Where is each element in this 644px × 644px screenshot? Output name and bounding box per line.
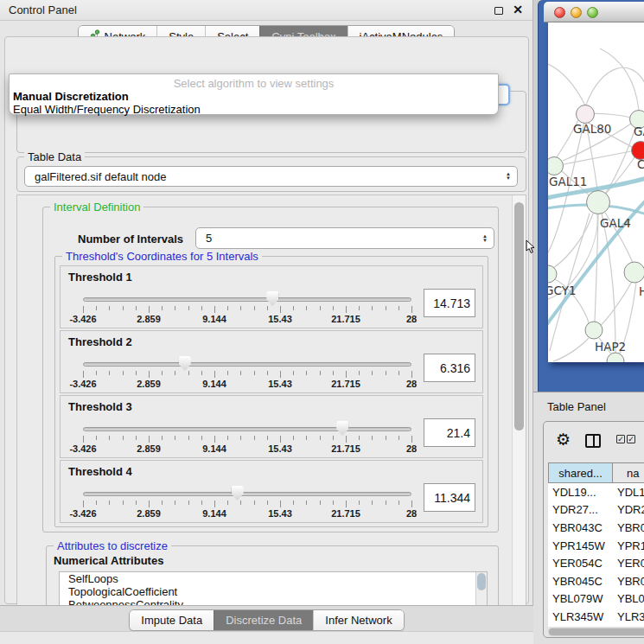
cell-name: YLR3 — [613, 610, 644, 623]
slider-thumb[interactable] — [266, 291, 278, 306]
network-node-gal4[interactable] — [587, 191, 610, 214]
slider-thumb[interactable] — [336, 421, 348, 436]
table-scrollbar-thumb[interactable] — [549, 628, 644, 635]
close-icon[interactable]: ✕ — [513, 3, 523, 16]
slider-thumb[interactable] — [232, 486, 244, 501]
slider-track[interactable] — [83, 427, 411, 431]
tab-discretize-data[interactable]: Discretize Data — [214, 610, 313, 630]
node-label: GAL80 — [573, 122, 611, 136]
algorithm-option-equal-width-frequency-discretization[interactable]: Equal Width/Frequency Discretization — [13, 103, 201, 116]
cell-name: YBR0 — [613, 521, 644, 534]
control-panel-titlebar: Control Panel ✕ — [0, 0, 532, 21]
table-row[interactable]: YBR045CYBR0 — [548, 572, 644, 590]
cell-shared-name: YBR043C — [548, 521, 613, 534]
slider-tick-labels: -3.4262.8599.14415.4321.71528 — [83, 443, 411, 454]
cell-name: YPR1 — [613, 539, 644, 552]
columns-icon[interactable] — [585, 434, 601, 448]
table-row[interactable]: YER054CYER0 — [548, 554, 644, 572]
network-edge — [600, 280, 633, 326]
interval-definition-group: Interval Definition Number of Intervals … — [42, 207, 499, 532]
table-data-group: Table Data galFiltered.sif default node … — [16, 156, 526, 192]
network-edge — [564, 151, 631, 164]
table-row[interactable]: YIL052CYIL0 — [548, 626, 644, 627]
attributes-group-label: Attributes to discretize — [54, 539, 171, 552]
number-of-intervals-combobox[interactable]: 5 ▲▼ — [195, 227, 494, 249]
table-window: ⚙ ✓ ✓ shared...na YDL19...YDL1YDR27...YD… — [543, 421, 644, 638]
table-row[interactable]: YDL19...YDL1 — [548, 483, 644, 501]
gear-icon[interactable]: ⚙ — [556, 431, 571, 448]
slider-ticks — [83, 306, 411, 314]
table-data-label: Table Data — [24, 150, 85, 163]
threshold-label: Threshold 1 — [68, 271, 132, 284]
panel-scrollbar[interactable] — [512, 195, 526, 639]
threshold-panel: Threshold 4-3.4262.8599.14415.4321.71528… — [60, 460, 483, 523]
stepper-arrows-icon: ▲▼ — [482, 234, 488, 243]
threshold-value-field[interactable]: 11.344 — [424, 483, 475, 512]
node-label: GA — [634, 124, 644, 138]
mouse-cursor — [526, 240, 536, 254]
table-row[interactable]: YLR345WYLR3 — [548, 608, 644, 626]
network-node-gal11[interactable] — [548, 157, 564, 175]
tab-impute-data[interactable]: Impute Data — [130, 610, 214, 630]
column-header-na[interactable]: na — [613, 462, 644, 483]
close-traffic-light-icon[interactable] — [554, 7, 565, 18]
slider-tick-labels: -3.4262.8599.14415.4321.71528 — [83, 379, 411, 389]
screen: Control Panel ✕ NetworkStyleSelectCyni T… — [0, 0, 644, 644]
panel-scrollbar-thumb[interactable] — [514, 202, 524, 430]
threshold-value-field[interactable]: 14.713 — [424, 289, 475, 317]
bottom-tab-bar: Impute DataDiscretize DataInfer Network — [0, 605, 533, 644]
attribute-item-selfloops[interactable]: SelfLoops — [60, 572, 487, 585]
node-label: HAP2 — [595, 340, 626, 354]
table-horizontal-scrollbar[interactable] — [548, 628, 644, 636]
cell-shared-name: YBL079W — [548, 592, 613, 605]
network-node[interactable] — [607, 353, 624, 362]
zoom-traffic-light-icon[interactable] — [587, 7, 598, 18]
attribute-item-topologicalcoefficient[interactable]: TopologicalCoefficient — [60, 585, 487, 598]
cell-name: YDL1 — [613, 486, 644, 499]
network-window-titlebar[interactable] — [544, 2, 644, 22]
threshold-panel: Threshold 3-3.4262.8599.14415.4321.71528… — [60, 395, 483, 458]
table-data-combobox[interactable]: galFiltered.sif default node ▲▼ — [24, 166, 518, 187]
table-row[interactable]: YPR145WYPR1 — [548, 537, 644, 555]
float-window-icon[interactable] — [494, 7, 503, 15]
network-node-gal80[interactable] — [577, 105, 595, 124]
slider-thumb[interactable] — [179, 356, 191, 371]
slider-ticks — [83, 501, 411, 508]
network-edge — [548, 64, 585, 105]
algorithm-option-manual-discretization[interactable]: Manual Discretization — [13, 90, 201, 103]
network-edge — [602, 214, 615, 353]
cell-shared-name: YLR345W — [548, 610, 613, 623]
attributes-list-scrollbar-thumb[interactable] — [477, 573, 486, 590]
network-node-gcy1[interactable] — [548, 265, 557, 283]
network-node-hap2[interactable] — [585, 322, 603, 339]
network-node-h[interactable] — [624, 262, 644, 283]
node-label: H — [639, 284, 644, 298]
table-row[interactable]: YDR27...YDR2 — [548, 501, 644, 520]
minimize-traffic-light-icon[interactable] — [571, 7, 582, 18]
cell-name: YER0 — [613, 557, 644, 570]
attributes-list-scrollbar[interactable] — [475, 572, 487, 609]
slider-track[interactable] — [83, 492, 411, 496]
window-title: Control Panel — [9, 3, 77, 16]
network-view-window[interactable]: GAL80GACGAL11GAL4GCY1HHAP2 — [538, 0, 644, 392]
threshold-value-field[interactable]: 6.316 — [424, 354, 475, 382]
tab-infer-network[interactable]: Infer Network — [313, 610, 403, 630]
cell-name: YDR2 — [613, 503, 644, 516]
slider-tick-labels: -3.4262.8599.14415.4321.71528 — [83, 508, 411, 519]
threshold-label: Threshold 4 — [68, 465, 132, 478]
network-canvas[interactable]: GAL80GACGAL11GAL4GCY1HHAP2 — [548, 22, 644, 362]
slider-track[interactable] — [83, 297, 411, 302]
threshold-label: Threshold 3 — [68, 400, 132, 413]
cell-shared-name: YER054C — [548, 557, 613, 570]
select-columns-icons[interactable]: ✓ ✓ — [616, 435, 635, 443]
cyni-toolbox-panel: Discretization Algorithm Table Data galF… — [4, 36, 529, 604]
attributes-group: Attributes to discretize Numerical Attri… — [46, 545, 499, 614]
threshold-panel: Threshold 1-3.4262.8599.14415.4321.71528… — [60, 265, 483, 328]
threshold-value-field[interactable]: 21.4 — [424, 418, 475, 447]
table-row[interactable]: YBL079WYBL0 — [548, 590, 644, 609]
column-header-shared-[interactable]: shared... — [548, 462, 613, 483]
slider-track[interactable] — [83, 362, 411, 367]
settings-scroll-area: Interval Definition Number of Intervals … — [16, 194, 526, 640]
table-row[interactable]: YBR043CYBR0 — [548, 519, 644, 537]
cell-shared-name: YDR27... — [548, 503, 613, 516]
